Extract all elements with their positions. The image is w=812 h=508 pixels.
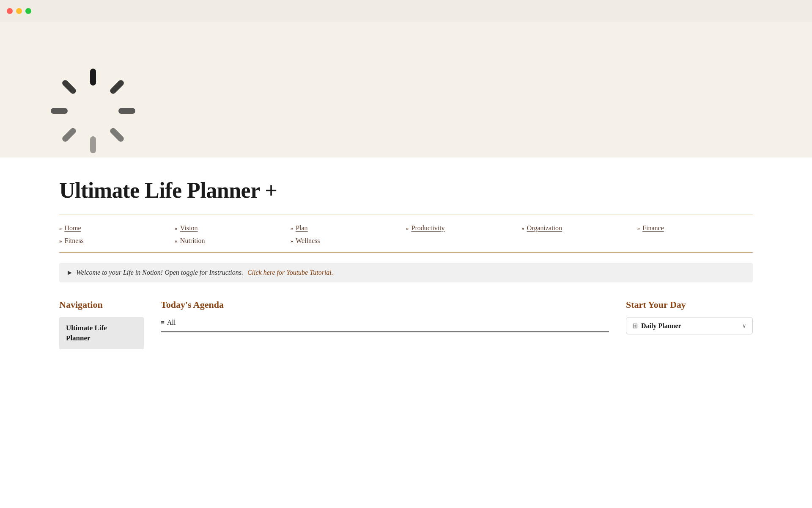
bottom-section: Navigation Ultimate Life Planner Today's… (59, 299, 753, 349)
agenda-tab-all[interactable]: ≡ All (161, 317, 179, 328)
agenda-section-title: Today's Agenda (161, 299, 609, 310)
minimize-button[interactable] (16, 8, 22, 14)
nav-label-finance: Finance (642, 224, 664, 232)
nav-item-nutrition[interactable]: » Nutrition (175, 235, 290, 246)
nav-item-vision[interactable]: » Vision (175, 223, 290, 234)
daily-planner-dropdown[interactable]: ⊞ Daily Planner ∨ (626, 317, 753, 334)
toggle-arrow-icon[interactable]: ▶ (68, 269, 72, 276)
agenda-tabs: ≡ All (161, 317, 609, 332)
nav-arrow-vision: » (175, 225, 178, 232)
nav-label-wellness: Wellness (296, 237, 320, 245)
nav-item-plan[interactable]: » Plan (291, 223, 406, 234)
nav-arrow-organization: » (521, 225, 524, 232)
nav-arrow-wellness: » (291, 237, 294, 244)
start-day-panel: Start Your Day ⊞ Daily Planner ∨ (626, 299, 753, 334)
hero-banner (0, 22, 812, 157)
nav-item-productivity[interactable]: » Productivity (406, 223, 521, 234)
welcome-text: Welcome to your Life in Notion! Open tog… (76, 269, 243, 276)
nav-item-home[interactable]: » Home (59, 223, 175, 234)
nav-label-nutrition: Nutrition (180, 237, 205, 245)
grid-icon: ⊞ (632, 322, 638, 330)
page-title: Ultimate Life Planner + (59, 178, 753, 203)
maximize-button[interactable] (25, 8, 31, 14)
start-day-section-title: Start Your Day (626, 299, 753, 310)
nav-item-fitness[interactable]: » Fitness (59, 235, 175, 246)
agenda-list-icon: ≡ (161, 319, 165, 326)
agenda-panel: Today's Agenda ≡ All (161, 299, 609, 332)
nav-arrow-nutrition: » (175, 237, 178, 244)
main-content: Ultimate Life Planner + » Home » Vision … (0, 157, 812, 366)
nav-item-wellness[interactable]: » Wellness (291, 235, 406, 246)
nav-label-vision: Vision (180, 224, 198, 232)
nav-arrow-fitness: » (59, 237, 62, 244)
navigation-panel: Navigation Ultimate Life Planner (59, 299, 144, 349)
nav-bottom-divider (59, 252, 753, 253)
close-button[interactable] (7, 8, 13, 14)
daily-planner-dropdown-label: Daily Planner (641, 322, 739, 330)
nav-label-plan: Plan (296, 224, 307, 232)
nav-arrow-plan: » (291, 225, 294, 232)
agenda-tab-all-label: All (167, 319, 176, 326)
nav-arrow-finance: » (637, 225, 640, 232)
welcome-bar[interactable]: ▶ Welcome to your Life in Notion! Open t… (59, 263, 753, 282)
nav-label-home: Home (65, 224, 81, 232)
nav-panel-item-label: Ultimate Life Planner (66, 323, 137, 343)
nav-top-divider (59, 215, 753, 215)
youtube-tutorial-link[interactable]: Click here for Youtube Tutorial. (247, 269, 333, 276)
nav-panel-ultimate-life-planner[interactable]: Ultimate Life Planner (59, 317, 144, 349)
nav-links: » Home » Vision » Plan » Productivity » … (59, 223, 753, 246)
loading-spinner-icon (59, 56, 127, 124)
nav-arrow-home: » (59, 225, 62, 232)
chevron-down-icon: ∨ (742, 323, 746, 329)
nav-label-fitness: Fitness (65, 237, 84, 245)
navigation-section-title: Navigation (59, 299, 144, 310)
nav-label-productivity: Productivity (411, 224, 445, 232)
nav-item-finance[interactable]: » Finance (637, 223, 753, 234)
title-bar (0, 0, 812, 22)
nav-label-organization: Organization (527, 224, 562, 232)
nav-item-organization[interactable]: » Organization (521, 223, 637, 234)
nav-arrow-productivity: » (406, 225, 409, 232)
